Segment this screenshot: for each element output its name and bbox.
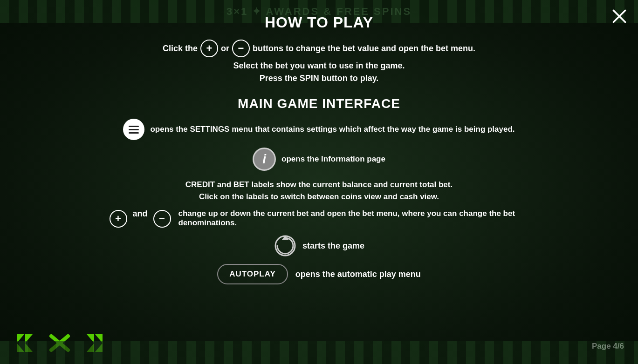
close-button[interactable] xyxy=(610,7,629,26)
buttons-text: buttons to change the bet value and open… xyxy=(253,44,475,54)
info-desc: opens the Information page xyxy=(281,155,385,164)
close-icon xyxy=(611,8,628,25)
select-bet-text: Select the bet you want to use in the ga… xyxy=(233,61,405,71)
spin-desc: starts the game xyxy=(302,241,364,251)
autoplay-desc: opens the automatic play menu xyxy=(295,270,421,279)
hamburger-lines xyxy=(129,126,139,134)
autoplay-row: AUTOPLAY opens the automatic play menu xyxy=(217,264,421,284)
main-content: HOW TO PLAY Click the + or − buttons to … xyxy=(0,0,638,364)
or-text: or xyxy=(221,44,229,54)
plus-icon-bet: + xyxy=(110,210,127,228)
and-text: and xyxy=(133,209,148,219)
plus-icon-instruction: + xyxy=(200,40,218,57)
info-row: i opens the Information page xyxy=(110,148,529,171)
bet-change-desc: change up or down the current bet and op… xyxy=(178,209,529,228)
info-icon: i xyxy=(253,148,276,171)
settings-desc: opens the SETTINGS menu that contains se… xyxy=(150,125,515,134)
credit-bet-line1: CREDIT and BET labels show the current b… xyxy=(185,180,453,189)
main-game-interface-title: MAIN GAME INTERFACE xyxy=(238,96,400,111)
settings-row: opens the SETTINGS menu that contains se… xyxy=(110,119,529,140)
hamburger-line-2 xyxy=(129,129,139,130)
spin-row: starts the game xyxy=(274,234,364,257)
settings-icon xyxy=(123,119,144,140)
autoplay-button[interactable]: AUTOPLAY xyxy=(217,264,288,284)
instruction-line-1: Click the + or − buttons to change the b… xyxy=(163,40,475,57)
how-to-play-title: HOW TO PLAY xyxy=(265,14,373,31)
minus-icon-instruction: − xyxy=(232,40,250,57)
spin-icon xyxy=(274,234,297,257)
click-the-text: Click the xyxy=(163,44,198,54)
press-spin-text: Press the SPIN button to play. xyxy=(260,74,379,83)
hamburger-line-1 xyxy=(129,126,139,127)
bet-change-row: + and − change up or down the current be… xyxy=(110,209,529,228)
minus-icon-bet: − xyxy=(153,210,171,228)
credit-bet-line2: Click on the labels to switch between co… xyxy=(199,192,439,202)
hamburger-line-3 xyxy=(129,132,139,134)
